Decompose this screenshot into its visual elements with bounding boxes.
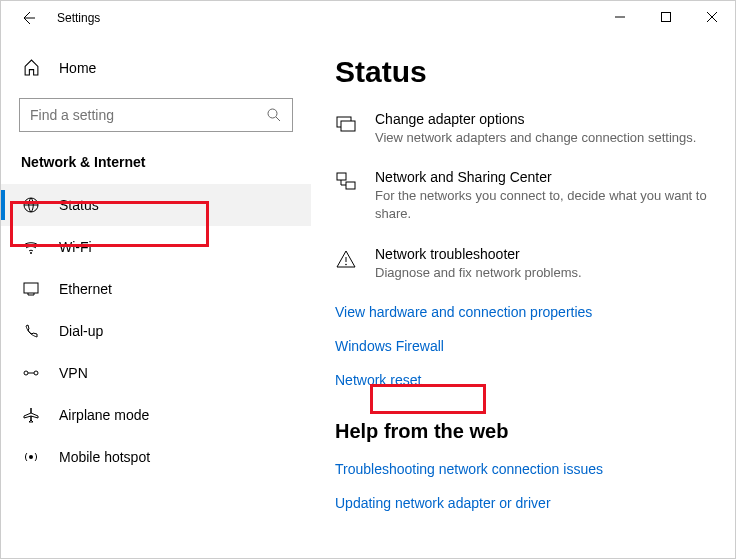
nav-label: Dial-up [59,323,103,339]
window-title: Settings [57,11,100,25]
home-label: Home [59,60,96,76]
svg-point-1 [268,109,277,118]
dialup-icon [21,322,41,340]
setting-title: Network troubleshooter [375,246,711,262]
link-hardware-properties[interactable]: View hardware and connection properties [335,304,711,320]
sidebar-item-hotspot[interactable]: Mobile hotspot [1,436,311,478]
ethernet-icon [21,280,41,298]
nav-label: Airplane mode [59,407,149,423]
section-header: Network & Internet [1,154,311,184]
setting-title: Network and Sharing Center [375,169,711,185]
svg-point-12 [345,263,347,265]
setting-desc: View network adapters and change connect… [375,129,711,147]
svg-rect-4 [24,283,38,293]
setting-title: Change adapter options [375,111,711,127]
search-input[interactable] [19,98,293,132]
minimize-button[interactable] [597,1,643,33]
svg-rect-0 [662,13,671,22]
hotspot-icon [21,448,41,466]
search-icon [266,107,282,123]
sidebar-item-vpn[interactable]: VPN [1,352,311,394]
sidebar-item-status[interactable]: Status [1,184,311,226]
sidebar-home[interactable]: Home [1,51,311,84]
wifi-icon [21,238,41,256]
maximize-button[interactable] [643,1,689,33]
vpn-icon [21,364,41,382]
setting-adapter-options[interactable]: Change adapter options View network adap… [335,111,711,147]
setting-sharing-center[interactable]: Network and Sharing Center For the netwo… [335,169,711,223]
svg-point-3 [30,252,32,254]
sidebar: Home Network & Internet Status Wi-Fi Eth… [1,35,311,558]
sharing-icon [335,169,359,223]
troubleshoot-icon [335,246,359,282]
svg-rect-10 [337,173,346,180]
nav-label: Mobile hotspot [59,449,150,465]
status-icon [21,196,41,214]
sidebar-item-ethernet[interactable]: Ethernet [1,268,311,310]
link-network-reset[interactable]: Network reset [335,372,711,388]
back-button[interactable] [13,3,43,33]
svg-rect-11 [346,182,355,189]
close-button[interactable] [689,1,735,33]
setting-troubleshooter[interactable]: Network troubleshooter Diagnose and fix … [335,246,711,282]
setting-desc: Diagnose and fix network problems. [375,264,711,282]
help-link-updating[interactable]: Updating network adapter or driver [335,495,711,511]
nav-label: Wi-Fi [59,239,92,255]
help-link-troubleshooting[interactable]: Troubleshooting network connection issue… [335,461,711,477]
nav-label: Ethernet [59,281,112,297]
airplane-icon [21,406,41,424]
page-title: Status [335,55,711,89]
nav-label: Status [59,197,99,213]
setting-desc: For the networks you connect to, decide … [375,187,711,223]
svg-point-5 [24,371,28,375]
home-icon [21,59,41,76]
svg-rect-9 [341,121,355,131]
content-area: Status Change adapter options View netwo… [311,35,735,558]
help-header: Help from the web [335,420,711,443]
link-windows-firewall[interactable]: Windows Firewall [335,338,711,354]
adapter-icon [335,111,359,147]
sidebar-item-wifi[interactable]: Wi-Fi [1,226,311,268]
svg-point-6 [34,371,38,375]
sidebar-item-dialup[interactable]: Dial-up [1,310,311,352]
sidebar-item-airplane[interactable]: Airplane mode [1,394,311,436]
nav-label: VPN [59,365,88,381]
search-field[interactable] [30,107,266,123]
svg-point-7 [29,455,33,459]
